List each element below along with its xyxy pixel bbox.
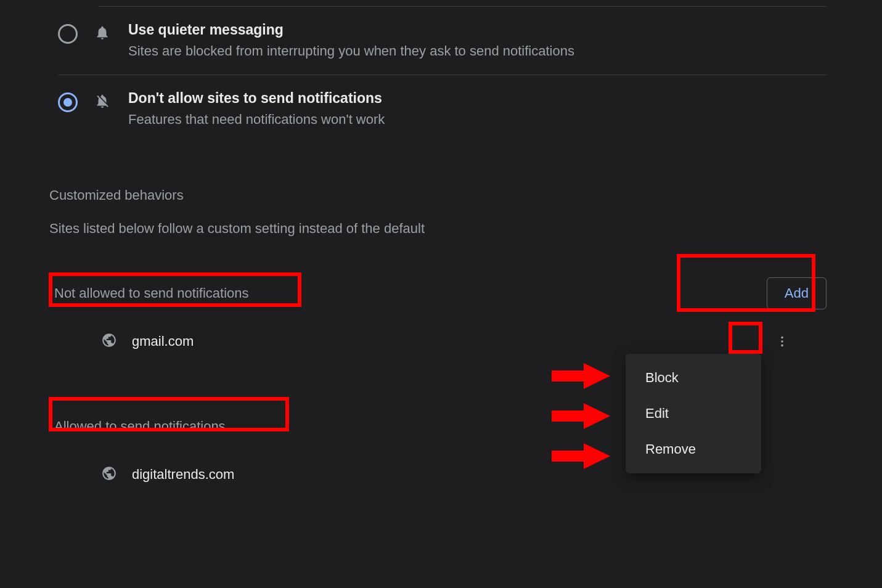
globe-icon <box>101 465 117 484</box>
highlight-annotation <box>729 322 762 354</box>
more-actions-button[interactable] <box>771 330 793 353</box>
customized-subtext: Sites listed below follow a custom setti… <box>49 221 827 237</box>
more-vert-icon <box>775 335 789 348</box>
customized-heading: Customized behaviors <box>49 187 827 203</box>
site-name-label: gmail.com <box>132 333 194 349</box>
radio-selected-icon[interactable] <box>58 92 78 112</box>
arrow-annotation <box>552 443 610 469</box>
bell-off-icon <box>94 92 111 110</box>
bell-icon <box>94 24 111 41</box>
svg-rect-3 <box>552 370 584 382</box>
svg-point-2 <box>781 345 783 347</box>
svg-marker-6 <box>584 403 610 429</box>
menu-item-block[interactable]: Block <box>626 360 761 396</box>
menu-item-edit[interactable]: Edit <box>626 396 761 431</box>
option-quieter-title: Use quieter messaging <box>128 20 827 39</box>
arrow-annotation <box>552 403 610 429</box>
option-block-title: Don't allow sites to send notifications <box>128 89 827 107</box>
option-quieter-messaging[interactable]: Use quieter messaging Sites are blocked … <box>58 7 827 75</box>
svg-point-1 <box>781 340 783 343</box>
site-name-label: digitaltrends.com <box>132 467 234 483</box>
svg-rect-7 <box>552 451 584 462</box>
option-block-desc: Features that need notifications won't w… <box>128 110 827 129</box>
menu-item-remove[interactable]: Remove <box>626 431 761 467</box>
highlight-annotation <box>49 397 289 431</box>
site-context-menu: Block Edit Remove <box>626 354 761 473</box>
highlight-annotation <box>677 254 815 312</box>
svg-marker-8 <box>584 443 610 469</box>
highlight-annotation <box>49 272 301 307</box>
option-block-all[interactable]: Don't allow sites to send notifications … <box>58 75 827 143</box>
radio-unselected-icon[interactable] <box>58 24 78 44</box>
svg-marker-4 <box>584 363 610 389</box>
svg-rect-5 <box>552 410 584 422</box>
globe-icon <box>101 332 117 351</box>
arrow-annotation <box>552 363 610 389</box>
svg-point-0 <box>781 337 783 339</box>
option-quieter-desc: Sites are blocked from interrupting you … <box>128 41 827 61</box>
